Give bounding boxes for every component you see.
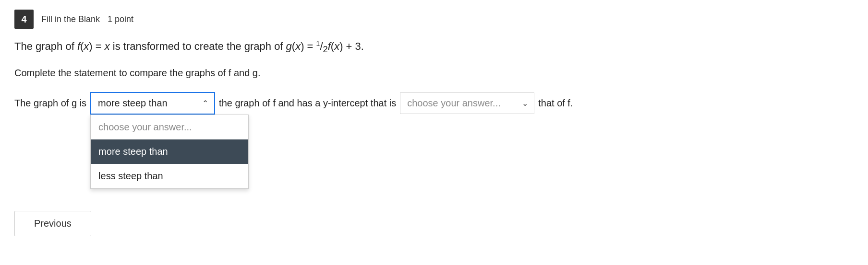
chevron-down-icon: ⌄	[522, 99, 528, 108]
question-container: 4 Fill in the Blank 1 point The graph of…	[0, 0, 868, 265]
statement-suffix: that of f.	[538, 98, 573, 109]
statement-row: The graph of g is more steep than ⌃ choo…	[14, 92, 854, 115]
first-dropdown-menu: choose your answer... more steep than le…	[90, 115, 249, 189]
first-dropdown-selected[interactable]: more steep than ⌃	[90, 92, 215, 115]
second-dropdown-placeholder: choose your answer...	[407, 98, 501, 109]
question-points: 1 point	[108, 14, 133, 24]
question-text: The graph of f(x) = x is transformed to …	[14, 38, 854, 56]
question-header: 4 Fill in the Blank 1 point	[14, 10, 854, 29]
question-text-middle: is transformed to create the graph of	[110, 40, 286, 52]
math-gx: g(x) = 1/2f(x) + 3	[286, 40, 361, 52]
second-dropdown-wrapper: choose your answer... ⌄	[400, 92, 534, 114]
question-text-before-math: The graph of	[14, 40, 77, 52]
question-type: Fill in the Blank	[41, 14, 100, 24]
math-fx: f(x) = x	[77, 40, 110, 52]
first-dropdown-wrapper: more steep than ⌃ choose your answer... …	[90, 92, 215, 115]
statement-middle: the graph of f and has a y-intercept tha…	[219, 98, 396, 109]
statement-prefix: The graph of g is	[14, 98, 86, 109]
instruction-text: Complete the statement to compare the gr…	[14, 68, 854, 79]
first-dropdown-selected-label: more steep than	[98, 98, 168, 109]
chevron-up-icon: ⌃	[202, 99, 208, 108]
question-number: 4	[14, 10, 34, 29]
dropdown-item-more-steep[interactable]: more steep than	[91, 139, 248, 164]
previous-button[interactable]: Previous	[14, 211, 91, 236]
dropdown-item-placeholder[interactable]: choose your answer...	[91, 115, 248, 139]
question-text-end: .	[361, 40, 364, 52]
second-dropdown-selected[interactable]: choose your answer... ⌄	[400, 92, 534, 114]
dropdown-item-less-steep[interactable]: less steep than	[91, 164, 248, 188]
